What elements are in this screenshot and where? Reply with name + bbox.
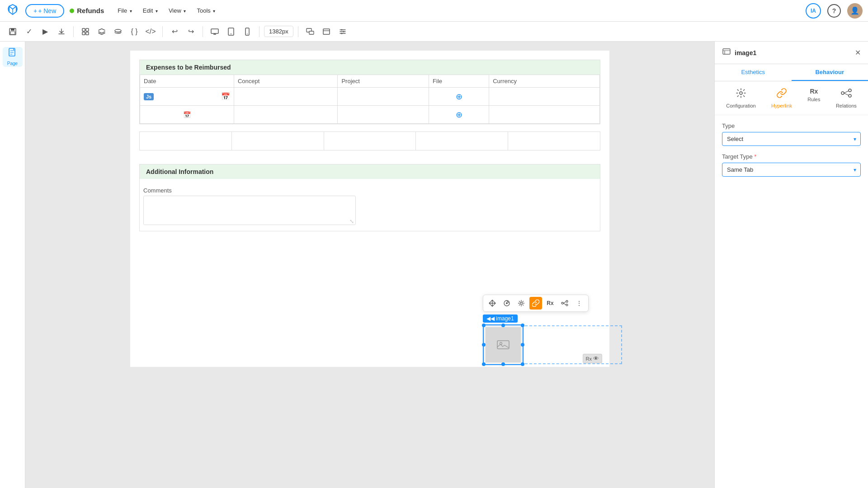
app-title: Refunds: [70, 7, 104, 14]
panel-tabs: Esthetics Behaviour: [715, 64, 868, 81]
svg-rect-5: [82, 32, 85, 35]
js-badge: Js: [144, 93, 154, 100]
divider2: [162, 26, 163, 37]
panel-title: image1: [722, 47, 756, 58]
image-placeholder: [486, 327, 521, 362]
tablet-view-button[interactable]: [224, 24, 238, 39]
help-icon[interactable]: ?: [827, 4, 841, 18]
code-button[interactable]: { }: [127, 24, 142, 39]
svg-point-20: [506, 302, 508, 304]
redo-button[interactable]: ↪: [184, 24, 198, 39]
resize-handle-bl[interactable]: [482, 362, 486, 366]
more-tool-button[interactable]: ⋮: [573, 297, 585, 310]
plus-icon: +: [33, 7, 37, 14]
svg-point-29: [841, 92, 844, 94]
resize-handle-tl[interactable]: [482, 324, 486, 327]
additional-header: Additional Information: [140, 164, 600, 179]
tab-behaviour[interactable]: Behaviour: [792, 64, 868, 81]
relations-icon: [841, 88, 852, 101]
main-layout: Page Expenses to be Reimbursed Date Conc…: [0, 42, 868, 488]
settings-view-button[interactable]: [335, 24, 350, 39]
svg-rect-1: [11, 28, 14, 31]
rules-icon: Rx: [810, 88, 818, 95]
panel-icon-rules[interactable]: Rx Rules: [807, 88, 820, 108]
type-label: Type: [722, 122, 861, 129]
settings-tool-button[interactable]: [515, 297, 528, 310]
window-button[interactable]: [319, 24, 334, 39]
svg-point-23: [566, 300, 568, 302]
resize-handle-br[interactable]: [521, 362, 524, 366]
canvas-area[interactable]: Expenses to be Reimbursed Date Concept P…: [25, 42, 714, 488]
source-button[interactable]: </>: [143, 24, 158, 39]
menu-file[interactable]: File ▾: [113, 5, 137, 16]
file-add-icon[interactable]: ⊕: [456, 92, 462, 102]
multiscreen-button[interactable]: [303, 24, 317, 39]
comments-label: Comments: [143, 187, 596, 194]
additional-section: Additional Information Comments ⤡: [139, 164, 600, 231]
rx-badge: Rx 👁: [583, 354, 602, 363]
comments-textarea[interactable]: [143, 196, 356, 225]
style-tool-button[interactable]: [500, 297, 513, 310]
image-label[interactable]: ◀ ◀ image1: [483, 314, 518, 323]
col-concept: Concept: [234, 75, 338, 88]
type-select[interactable]: Select URL Page Action: [722, 132, 861, 146]
menu-edit[interactable]: Edit ▾: [138, 5, 162, 16]
top-bar-right: IA ? 👤: [806, 3, 863, 19]
sidebar-page[interactable]: Page: [3, 47, 23, 67]
export-button[interactable]: [54, 24, 69, 39]
menu-view[interactable]: View ▾: [164, 5, 191, 16]
resize-handle-tr[interactable]: [521, 324, 524, 327]
image-label-arrow: ◀: [486, 315, 491, 322]
svg-point-31: [849, 94, 851, 97]
svg-point-16: [343, 31, 344, 32]
move-tool-button[interactable]: [486, 297, 499, 310]
svg-point-21: [520, 302, 523, 305]
expenses-table: Date Concept Project File Currency: [140, 75, 600, 124]
new-button[interactable]: + + New: [25, 4, 64, 18]
required-indicator: *: [754, 153, 756, 160]
file-add-icon-2[interactable]: ⊕: [456, 110, 462, 120]
left-sidebar: Page: [0, 42, 25, 488]
hyperlink-icon: [776, 88, 787, 101]
resize-handle-tm[interactable]: [501, 324, 505, 327]
calendar-icon-2[interactable]: 📅: [183, 111, 191, 118]
play-button[interactable]: ▶: [38, 24, 52, 39]
menu-tools[interactable]: Tools ▾: [192, 5, 220, 16]
configuration-icon: [736, 88, 746, 101]
top-bar: + + New Refunds File ▾ Edit ▾ View ▾ Too…: [0, 0, 868, 22]
hyperlink-tool-button[interactable]: [529, 297, 542, 310]
desktop-view-button[interactable]: [208, 24, 222, 39]
image-box[interactable]: [483, 324, 524, 365]
svg-point-22: [561, 302, 563, 304]
expenses-header: Expenses to be Reimbursed: [140, 60, 600, 75]
type-select-wrapper: Select URL Page Action ▾: [722, 132, 861, 146]
mobile-view-button[interactable]: [240, 24, 255, 39]
resize-handle-bm[interactable]: [501, 362, 505, 366]
resize-handle-mr[interactable]: [521, 343, 524, 347]
components-button[interactable]: [78, 24, 93, 39]
tab-esthetics[interactable]: Esthetics: [715, 64, 792, 81]
calendar-icon-1[interactable]: 📅: [221, 92, 230, 101]
user-avatar[interactable]: 👤: [847, 3, 863, 19]
svg-rect-4: [86, 28, 89, 31]
svg-point-24: [566, 304, 568, 306]
panel-icon-configuration[interactable]: Configuration: [726, 88, 755, 108]
target-type-select[interactable]: Same Tab New Tab Modal: [722, 163, 861, 177]
rules-tool-button[interactable]: Rx: [544, 297, 557, 310]
panel-close-button[interactable]: ✕: [855, 48, 861, 57]
divider3: [203, 26, 203, 37]
divider5: [298, 26, 298, 37]
px-display: 1382px: [264, 26, 293, 37]
ia-badge[interactable]: IA: [806, 3, 821, 19]
resize-handle-ml[interactable]: [482, 343, 486, 347]
relation-tool-button[interactable]: [558, 297, 571, 310]
check-button[interactable]: ✓: [22, 24, 36, 39]
panel-icon-relations[interactable]: Relations: [836, 88, 857, 108]
undo-button[interactable]: ↩: [167, 24, 182, 39]
data-button[interactable]: [111, 24, 125, 39]
expenses-section: Expenses to be Reimbursed Date Concept P…: [139, 60, 600, 124]
save-button[interactable]: [5, 24, 20, 39]
panel-body: Type Select URL Page Action ▾ Target Typ…: [715, 115, 868, 184]
panel-icon-hyperlink[interactable]: Hyperlink: [771, 88, 792, 108]
layers-button[interactable]: [94, 24, 109, 39]
